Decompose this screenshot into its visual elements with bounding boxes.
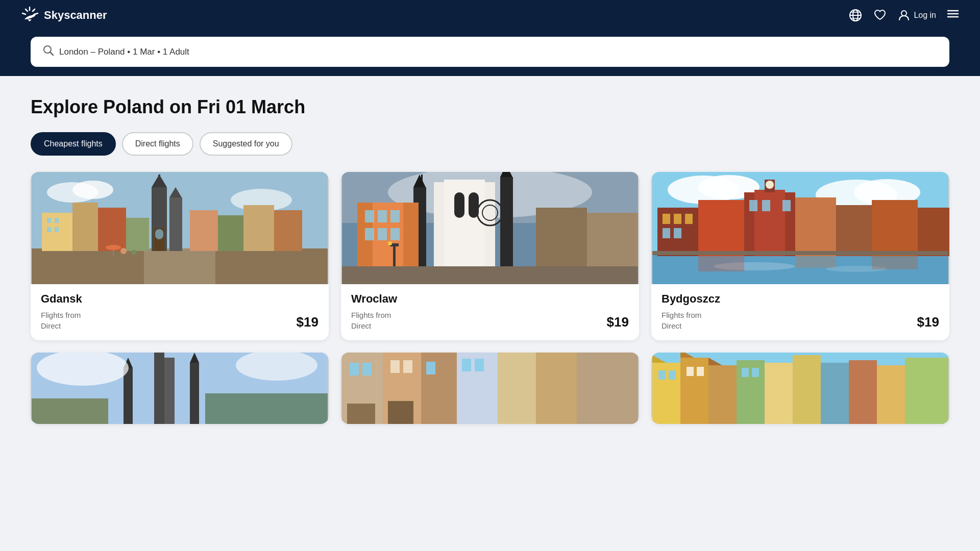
svg-rect-31 [190,210,218,251]
card-bottom-1[interactable] [31,353,329,424]
svg-rect-57 [505,172,506,177]
tab-suggested[interactable]: Suggested for you [200,132,292,156]
svg-rect-152 [697,367,704,376]
svg-rect-115 [205,393,328,424]
tab-direct-flights[interactable]: Direct flights [122,132,193,156]
svg-rect-153 [742,368,749,377]
bydgoszcz-city: Bydgoszcz [662,292,939,306]
bottom-card-3-image [651,353,949,424]
logo-text: Skyscanner [44,9,107,22]
svg-rect-85 [674,214,681,224]
page-title: Explore Poland on Fri 01 March [31,96,949,118]
gdansk-image [31,172,329,284]
svg-rect-50 [454,192,464,218]
card-gdansk[interactable]: Gdansk Flights from Direct $19 [31,172,329,340]
search-bar[interactable]: London – Poland • 1 Mar • 1 Adult [31,37,949,67]
bottom-card-1-image [31,353,329,424]
svg-rect-130 [475,359,484,371]
svg-rect-127 [403,360,412,373]
svg-rect-67 [390,228,400,240]
svg-rect-102 [795,255,836,268]
svg-rect-145 [905,358,948,424]
svg-rect-97 [836,205,872,256]
wroclaw-footer: Flights from Direct $19 [351,311,629,330]
svg-rect-86 [685,214,693,224]
svg-rect-103 [872,255,918,269]
svg-rect-141 [793,355,821,424]
svg-rect-95 [782,200,791,211]
globe-icon[interactable] [848,8,863,22]
svg-rect-110 [190,363,199,424]
bydgoszcz-price: $19 [917,314,939,330]
svg-rect-129 [462,359,471,371]
svg-rect-134 [388,401,413,424]
logo[interactable]: Skyscanner [20,6,107,24]
gdansk-city: Gdansk [41,292,318,306]
bydgoszcz-image [651,172,949,284]
card-bydgoszcz[interactable]: Bydgoszcz Flights from Direct $19 [651,172,949,340]
svg-rect-90 [754,190,785,256]
card-bottom-3[interactable] [651,353,949,424]
svg-rect-24 [98,208,126,251]
svg-rect-108 [124,368,133,424]
destination-cards: Gdansk Flights from Direct $19 [31,172,949,340]
svg-point-92 [766,181,774,189]
svg-rect-154 [752,368,759,377]
svg-rect-128 [426,362,435,374]
svg-rect-37 [47,227,51,232]
svg-rect-54 [421,174,423,185]
svg-rect-33 [243,205,274,251]
wroclaw-city: Wroclaw [351,292,629,306]
svg-rect-87 [663,228,670,238]
bottom-cards [31,353,949,424]
header-actions: Log in [848,7,960,23]
wroclaw-flights-from: Flights from [351,311,391,319]
card-bottom-2[interactable] [341,353,639,424]
wroclaw-meta: Flights from Direct [351,311,391,330]
svg-point-18 [72,181,113,199]
svg-rect-40 [155,229,163,239]
favorites-icon[interactable] [873,8,887,22]
menu-icon[interactable] [946,7,960,23]
svg-rect-38 [55,227,59,232]
svg-rect-139 [737,360,765,424]
login-button[interactable]: Log in [897,9,936,22]
bydgoszcz-card-body: Bydgoszcz Flights from Direct $19 [651,284,949,340]
svg-rect-99 [918,208,949,256]
svg-rect-138 [708,365,737,424]
svg-point-70 [388,241,392,245]
card-wroclaw[interactable]: Wroclaw Flights from Direct $19 [341,172,639,340]
svg-rect-133 [347,404,375,424]
svg-rect-107 [164,358,175,424]
svg-rect-32 [218,215,243,251]
svg-rect-100 [652,251,948,255]
tab-cheapest-flights[interactable]: Cheapest flights [31,132,116,156]
svg-point-41 [120,248,127,254]
svg-rect-29 [169,197,182,251]
svg-rect-136 [652,363,680,424]
svg-rect-25 [126,218,149,251]
svg-rect-94 [762,200,770,211]
wroclaw-route-type: Direct [351,321,391,330]
gdansk-route-type: Direct [41,321,81,330]
gdansk-meta: Flights from Direct [41,311,81,330]
svg-line-2 [26,9,28,11]
header: Skyscanner Log in [0,0,980,31]
svg-rect-114 [32,398,108,424]
svg-rect-84 [663,214,670,224]
svg-rect-101 [698,256,744,271]
svg-rect-123 [577,353,638,424]
filter-tabs: Cheapest flights Direct flights Suggeste… [31,132,949,156]
search-icon [43,45,54,59]
login-label: Log in [914,11,936,20]
svg-rect-73 [342,266,638,284]
svg-rect-150 [669,370,676,380]
svg-rect-34 [274,210,302,251]
gdansk-card-body: Gdansk Flights from Direct $19 [31,284,329,340]
svg-rect-144 [877,365,905,424]
svg-rect-93 [749,200,757,211]
main-content: Explore Poland on Fri 01 March Cheapest … [0,76,980,444]
svg-rect-98 [872,200,918,256]
svg-rect-62 [365,210,374,222]
svg-rect-121 [498,353,536,424]
